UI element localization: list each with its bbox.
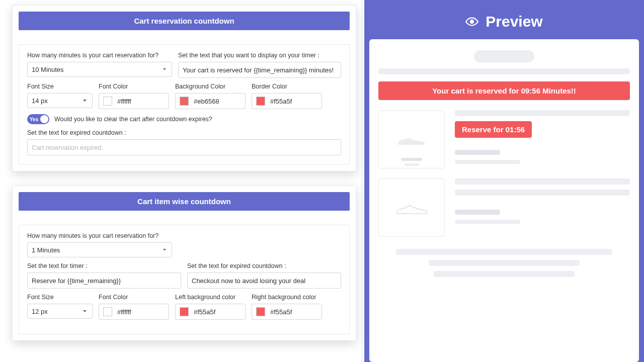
font-size-select[interactable]: 12 px <box>27 304 93 319</box>
bg-color-value: #eb6568 <box>194 98 219 105</box>
swatch-icon <box>256 307 265 316</box>
bg-color-label: Background Color <box>175 83 246 90</box>
border-color-input[interactable]: #f55a5f <box>252 93 322 109</box>
preview-item <box>378 178 630 237</box>
preview-header-placeholder <box>378 50 630 74</box>
left-bg-label: Left background color <box>175 294 246 301</box>
cart-item-wise-card: Cart item wise countdown How many minute… <box>12 186 356 341</box>
svg-point-0 <box>470 20 474 24</box>
font-color-label: Font Color <box>99 294 169 301</box>
left-bg-value: #f55a5f <box>194 308 215 316</box>
left-bg-input[interactable]: #f55a5f <box>175 304 246 320</box>
right-bg-label: Right background color <box>252 294 322 301</box>
font-color-input[interactable]: #ffffff <box>99 304 169 320</box>
preview-thumb <box>378 178 445 237</box>
minutes-label: How many minutes is your cart reservatio… <box>27 232 172 239</box>
preview-item: Reserve for 01:56 <box>378 110 630 168</box>
swatch-icon <box>180 307 189 316</box>
reserve-button[interactable]: Reserve for 01:56 <box>455 121 532 138</box>
swatch-icon <box>103 97 112 106</box>
minutes-select[interactable]: 1 Minutes <box>27 242 172 257</box>
preview-footer-placeholder <box>378 249 630 277</box>
minutes-label: How many minutes is your cart reservatio… <box>27 52 172 59</box>
timer-text-input[interactable] <box>27 273 181 289</box>
minutes-select[interactable]: 10 Minutes <box>27 62 172 77</box>
preview-title-text: Preview <box>486 13 542 30</box>
swatch-icon <box>103 307 112 316</box>
toggle-knob <box>40 115 48 123</box>
shoe-icon <box>396 131 427 148</box>
card-title: Cart reservation countdown <box>19 12 350 30</box>
clear-cart-toggle[interactable]: Yes <box>27 114 49 124</box>
border-color-label: Border Color <box>252 83 322 90</box>
font-color-label: Font Color <box>99 83 169 90</box>
card-title: Cart item wise countdown <box>19 192 350 211</box>
toggle-yes-label: Yes <box>30 117 38 122</box>
font-color-input[interactable]: #ffffff <box>99 93 169 109</box>
timer-text-input[interactable] <box>178 62 341 78</box>
right-bg-input[interactable]: #f55a5f <box>252 304 322 320</box>
timer-text-label: Set the text that you want to display on… <box>178 52 341 59</box>
card-body: How many minutes is your cart reservatio… <box>19 44 350 165</box>
cart-reservation-card: Cart reservation countdown How many minu… <box>12 5 356 171</box>
font-size-label: Font Size <box>27 294 93 301</box>
expired-text-input[interactable] <box>27 139 341 155</box>
timer-text-label: Set the text for timer : <box>27 262 181 269</box>
shoe-icon <box>394 198 429 218</box>
preview-card: Your cart is reserved for 09:56 Minutes!… <box>369 39 639 362</box>
settings-pane: Cart reservation countdown How many minu… <box>0 0 364 362</box>
preview-banner: Your cart is reserved for 09:56 Minutes!… <box>378 81 630 100</box>
preview-thumb <box>378 110 445 168</box>
expired-text-input[interactable] <box>187 273 341 289</box>
swatch-icon <box>256 97 265 106</box>
font-size-label: Font Size <box>27 83 93 90</box>
clear-cart-label: Would you like to clear the cart after c… <box>54 116 212 123</box>
card-body: How many minutes is your cart reservatio… <box>19 225 350 334</box>
font-color-value: #ffffff <box>117 98 131 105</box>
expired-text-label: Set the text for expired countdown : <box>187 262 341 269</box>
bg-color-input[interactable]: #eb6568 <box>175 93 246 109</box>
eye-icon <box>465 15 478 28</box>
preview-pane: Preview Your cart is reserved for 09:56 … <box>364 0 644 362</box>
font-size-select[interactable]: 14 px <box>27 93 93 108</box>
right-bg-value: #f55a5f <box>270 308 292 316</box>
font-color-value: #ffffff <box>117 308 131 316</box>
preview-heading: Preview <box>465 13 542 30</box>
border-color-value: #f55a5f <box>270 98 292 105</box>
swatch-icon <box>180 97 189 106</box>
expired-text-label: Set the text for expired countdown : <box>27 129 341 136</box>
